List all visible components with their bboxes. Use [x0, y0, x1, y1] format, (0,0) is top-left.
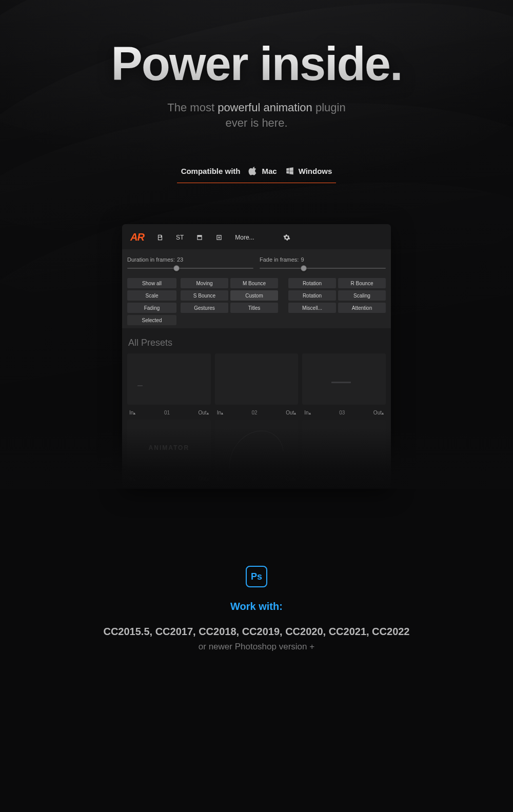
ps-or-newer: or newer Photoshop version + [0, 642, 513, 652]
preset-thumb [127, 353, 211, 405]
in-label[interactable]: In [217, 476, 221, 482]
in-label[interactable]: In [304, 410, 308, 415]
chip-show-all[interactable]: Show all [127, 278, 176, 288]
settings-button[interactable] [283, 234, 290, 241]
window-icon [196, 234, 203, 241]
photoshop-compat-block: Ps Work with: CC2015.5, CC2017, CC2018, … [0, 566, 513, 652]
save-icon [156, 234, 164, 241]
windows-icon [285, 166, 294, 175]
preset-num: 02 [252, 410, 258, 415]
preset-num: 04 [164, 476, 170, 482]
out-label[interactable]: Out [286, 476, 294, 482]
out-label[interactable]: Out [373, 476, 382, 482]
plugin-panel: AR ST More... Duration in frames: 23 [122, 224, 391, 489]
preset-item[interactable]: In▴ 05 Out▴ [215, 420, 299, 482]
fade-slider-value: 9 [301, 256, 304, 263]
fade-slider[interactable]: Fade in frames: 9 [260, 256, 386, 269]
work-with-title: Work with: [0, 601, 513, 612]
in-label[interactable]: In [217, 410, 221, 415]
chip-titles[interactable]: Titles [230, 303, 278, 313]
hero-subtitle: The most powerful animation plugin ever … [0, 100, 513, 130]
panel-toolbar: AR ST More... [122, 224, 391, 249]
gear-icon [283, 234, 290, 241]
save-button[interactable] [156, 234, 164, 241]
ps-versions: CC2015.5, CC2017, CC2018, CC2019, CC2020… [0, 626, 513, 638]
duration-track[interactable] [127, 268, 253, 269]
chip-custom[interactable]: Custom [230, 290, 278, 301]
fade-thumb[interactable] [301, 265, 307, 271]
sliders-row: Duration in frames: 23 Fade in frames: 9 [122, 249, 391, 273]
windows-label: Windows [299, 167, 332, 175]
ps-badge-text: Ps [251, 571, 262, 582]
preset-thumb [302, 420, 386, 471]
hero-sub-strong: powerful animation [218, 101, 312, 114]
duration-slider[interactable]: Duration in frames: 23 [127, 256, 253, 269]
plus-box-icon [215, 234, 223, 241]
preset-thumb [302, 353, 386, 405]
fade-track[interactable] [260, 268, 386, 269]
preset-item[interactable]: In▴ 03 Out▴ [302, 353, 386, 415]
chip-fading[interactable]: Fading [127, 303, 176, 313]
more-button[interactable]: More... [235, 234, 254, 241]
preset-thumb: ANIMATOR [127, 420, 211, 471]
preset-thumb [215, 420, 299, 471]
duration-slider-value: 23 [177, 256, 183, 263]
preset-item[interactable]: In▴ 06 Out▴ [302, 420, 386, 482]
chip-moving[interactable]: Moving [181, 278, 228, 288]
chip-misc[interactable]: Miscell... [288, 303, 336, 313]
chip-gestures[interactable]: Gestures [181, 303, 228, 313]
chip-selected[interactable]: Selected [127, 315, 176, 325]
compat-windows: Windows [285, 166, 332, 175]
chip-scaling[interactable]: Scaling [338, 290, 386, 301]
ps-badge: Ps [246, 566, 267, 587]
add-button[interactable] [215, 234, 223, 241]
layers-button[interactable] [196, 234, 203, 241]
st-button[interactable]: ST [176, 234, 184, 241]
preset-item[interactable]: In▴ 01 Out▴ [127, 353, 211, 415]
chip-scale[interactable]: Scale [127, 290, 176, 301]
fade-slider-label: Fade in frames: [260, 256, 299, 263]
preset-num: 01 [164, 410, 170, 415]
preset-item[interactable]: In▴ 02 Out▴ [215, 353, 299, 415]
in-label[interactable]: In [304, 476, 308, 482]
chip-s-bounce[interactable]: S Bounce [181, 290, 228, 301]
duration-thumb[interactable] [173, 265, 180, 271]
preset-num: 06 [339, 476, 345, 482]
preset-num: 03 [339, 410, 345, 415]
chip-rotation[interactable]: Rotation [288, 278, 336, 288]
out-label[interactable]: Out [199, 476, 207, 482]
apple-icon [248, 166, 258, 175]
compatibility-bar: Compatible with Mac Windows [177, 166, 336, 183]
animator-text: ANIMATOR [127, 444, 211, 451]
filter-chips: Show all Scale Fading Selected Moving M … [122, 273, 391, 328]
hero-sub-part3: ever is here. [225, 116, 287, 129]
chip-attention[interactable]: Attention [338, 303, 386, 313]
hero-sub-part2: plugin [312, 101, 346, 114]
out-label[interactable]: Out [373, 410, 382, 415]
preset-thumb [215, 353, 299, 405]
preset-item[interactable]: ANIMATOR In▴ 04 Out▴ [127, 420, 211, 482]
ar-logo: AR [130, 231, 144, 243]
compat-mac: Mac [248, 166, 277, 175]
chip-r-bounce[interactable]: R Bounce [338, 278, 386, 288]
hero-sub-part: The most [167, 101, 218, 114]
presets-title: All Presets [122, 328, 391, 353]
compatible-with-label: Compatible with [181, 167, 241, 175]
chip-m-bounce[interactable]: M Bounce [230, 278, 278, 288]
out-label[interactable]: Out [199, 410, 207, 415]
chip-rotation2[interactable]: Rotation [288, 290, 336, 301]
preset-num: 05 [252, 476, 258, 482]
mac-label: Mac [262, 167, 277, 175]
out-label[interactable]: Out [286, 410, 294, 415]
presets-grid: In▴ 01 Out▴ In▴ 02 Out▴ In▴ 03 Out▴ [122, 353, 391, 489]
duration-slider-label: Duration in frames: [127, 256, 175, 263]
hero-title: Power inside. [0, 37, 513, 91]
hero-section: Power inside. The most powerful animatio… [0, 0, 513, 183]
